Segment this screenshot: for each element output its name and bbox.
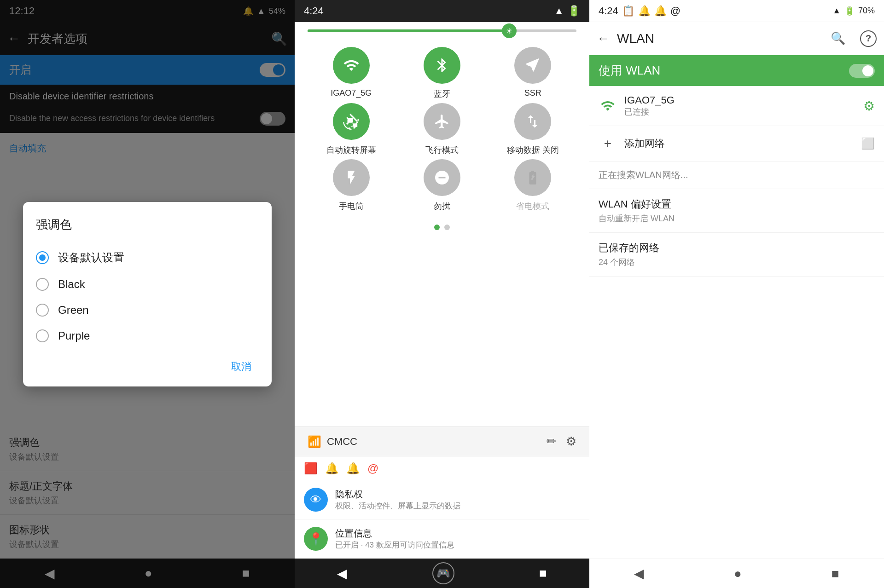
wlan-pref-main: WLAN 偏好设置 xyxy=(599,197,875,211)
panel-quick-settings: 4:24 ▲ 🔋 ☀ IGAO7_5G xyxy=(295,0,589,588)
dot-2 xyxy=(444,225,450,230)
option-default[interactable]: 设备默认设置 xyxy=(36,244,259,271)
notification-privacy[interactable]: 👁 隐私权 权限、活动控件、屏幕上显示的数据 xyxy=(295,480,589,519)
carrier-name: CMCC xyxy=(327,436,547,448)
saved-networks-sub: 24 个网络 xyxy=(599,257,875,268)
panel-developer-options: 12:12 🔔 ▲ 54% ← 开发者选项 🔍 开启 Disable devic… xyxy=(0,0,295,588)
quick-settings-panel: ☀ IGAO7_5G 蓝牙 xyxy=(295,22,589,427)
bluetooth-tile-label: 蓝牙 xyxy=(434,88,450,99)
option-black[interactable]: Black xyxy=(36,271,259,297)
wifi-status: 已连接 xyxy=(624,106,856,117)
flashlight-tile-icon xyxy=(333,159,370,196)
airplane-tile-label: 飞行模式 xyxy=(425,144,459,156)
option-purple[interactable]: Purple xyxy=(36,323,259,349)
radio-black[interactable] xyxy=(36,278,49,291)
wifi-settings-gear[interactable]: ⚙ xyxy=(863,98,875,114)
rotate-tile-label: 自动旋转屏幕 xyxy=(326,144,376,156)
location-sub: 已开启 · 43 款应用可访问位置信息 xyxy=(335,540,454,550)
nav-bottom-panel3: ◀ ● ■ xyxy=(589,559,884,588)
quick-tile-ssr[interactable]: SSR xyxy=(489,47,576,99)
search-button-p3[interactable]: 🔍 xyxy=(831,31,845,46)
data-tile-icon xyxy=(514,103,551,140)
wlan-toggle[interactable] xyxy=(849,64,875,78)
notif-icon-3: 🔔 xyxy=(346,462,360,475)
logo-button[interactable]: 🎮 xyxy=(432,562,454,584)
brightness-track[interactable]: ☀ xyxy=(308,29,576,32)
nav-bottom-panel2: ◀ 🎮 ■ xyxy=(295,559,589,588)
wlan-pref-row[interactable]: WLAN 偏好设置 自动重新开启 WLAN xyxy=(589,189,884,233)
option-purple-label: Purple xyxy=(58,329,90,342)
battery-saver-tile-label: 省电模式 xyxy=(516,201,549,212)
quick-tiles-grid: IGAO7_5G 蓝牙 SSR 自动旋转屏幕 xyxy=(295,40,589,219)
nav-recent-p3[interactable]: ■ xyxy=(832,566,839,581)
nav-recent-p2[interactable]: ■ xyxy=(539,566,547,581)
brightness-fill xyxy=(308,29,509,32)
flashlight-tile-label: 手电筒 xyxy=(339,201,364,212)
status-right: ▲ 🔋 70% xyxy=(832,6,875,16)
at-icon: @ xyxy=(670,5,680,17)
cancel-button[interactable]: 取消 xyxy=(224,356,259,377)
notif-icon-1: 🟥 xyxy=(304,462,318,475)
saved-networks-row[interactable]: 已保存的网络 24 个网络 xyxy=(589,233,884,277)
wifi-info-igao: IGAO7_5G 已连接 xyxy=(624,94,856,117)
location-main: 位置信息 xyxy=(335,527,454,540)
nav-home-p3[interactable]: ● xyxy=(734,566,742,581)
dialog-title: 强调色 xyxy=(36,217,259,233)
notification-location[interactable]: 📍 位置信息 已开启 · 43 款应用可访问位置信息 xyxy=(295,519,589,559)
add-network-row[interactable]: + 添加网络 ⬜ xyxy=(589,126,884,161)
quick-tile-airplane[interactable]: 飞行模式 xyxy=(398,103,485,156)
wifi-network-igao[interactable]: IGAO7_5G 已连接 ⚙ xyxy=(589,86,884,126)
brightness-bar: ☀ xyxy=(295,22,589,40)
wlan-toggle-bar: 使用 WLAN xyxy=(589,55,884,86)
ssr-tile-icon xyxy=(514,47,551,84)
bluetooth-tile-icon xyxy=(424,47,460,84)
signal-bar-icon: 📶 xyxy=(308,435,321,448)
scan-icon: ⬜ xyxy=(861,137,875,150)
option-green-label: Green xyxy=(58,304,89,317)
nav-back-p2[interactable]: ◀ xyxy=(337,566,347,581)
radio-green[interactable] xyxy=(36,304,49,317)
edit-icon[interactable]: ✏ xyxy=(547,434,557,449)
wlan-title: WLAN xyxy=(617,31,823,46)
nav-back-p3[interactable]: ◀ xyxy=(634,566,644,581)
saved-networks-main: 已保存的网络 xyxy=(599,241,875,255)
back-button-p3[interactable]: ← xyxy=(597,31,610,46)
wifi-icon-status: ▲ xyxy=(832,6,841,16)
bell-icon-p3-2: 🔔 xyxy=(654,5,667,17)
notif-icon-2: 🔔 xyxy=(325,462,339,475)
add-network-icon: + xyxy=(599,134,617,153)
quick-tile-flashlight[interactable]: 手电筒 xyxy=(308,159,395,212)
quick-tile-wifi[interactable]: IGAO7_5G xyxy=(308,47,395,99)
wifi-tile-icon xyxy=(333,47,370,84)
status-icons-p2: ▲ 🔋 xyxy=(554,5,580,17)
status-left: 4:24 📋 🔔 🔔 @ xyxy=(599,5,680,17)
notification-bar: 🟥 🔔 🔔 @ xyxy=(295,456,589,480)
accent-color-dialog: 强调色 设备默认设置 Black Green Purple 取消 xyxy=(23,202,272,386)
help-button-p3[interactable]: ? xyxy=(860,30,877,47)
dnd-tile-icon xyxy=(424,159,460,196)
wlan-pref-sub: 自动重新开启 WLAN xyxy=(599,213,875,224)
page-dots xyxy=(295,219,589,236)
bell-icon-p3: 🔔 xyxy=(638,5,651,17)
location-text: 位置信息 已开启 · 43 款应用可访问位置信息 xyxy=(335,527,454,550)
add-network-label: 添加网络 xyxy=(624,137,854,150)
quick-tile-battery-saver[interactable]: 省电模式 xyxy=(489,159,576,212)
quick-tile-rotate[interactable]: 自动旋转屏幕 xyxy=(308,103,395,156)
quick-tile-bluetooth[interactable]: 蓝牙 xyxy=(398,47,485,99)
option-default-label: 设备默认设置 xyxy=(58,250,124,265)
quick-tile-data[interactable]: 移动数据 关闭 xyxy=(489,103,576,156)
radio-default[interactable] xyxy=(36,251,49,264)
option-green[interactable]: Green xyxy=(36,297,259,323)
panel2-bottom-actions: ✏ ⚙ xyxy=(547,434,576,449)
status-bar-panel2: 4:24 ▲ 🔋 xyxy=(295,0,589,22)
nav-header-panel3: ← WLAN 🔍 ? xyxy=(589,22,884,55)
privacy-text: 隐私权 权限、活动控件、屏幕上显示的数据 xyxy=(335,488,460,511)
wifi-tile-label: IGAO7_5G xyxy=(331,88,372,98)
radio-purple[interactable] xyxy=(36,329,49,342)
privacy-main: 隐私权 xyxy=(335,488,460,501)
option-black-label: Black xyxy=(58,278,85,291)
quick-tile-dnd[interactable]: 勿扰 xyxy=(398,159,485,212)
dot-1 xyxy=(434,225,440,230)
brightness-thumb: ☀ xyxy=(502,23,517,38)
settings-icon[interactable]: ⚙ xyxy=(566,434,576,449)
